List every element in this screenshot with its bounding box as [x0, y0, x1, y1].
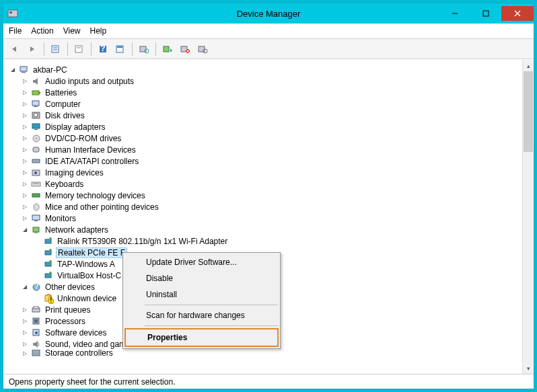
expand-icon[interactable]: ▷: [21, 157, 29, 165]
status-text: Opens property sheet for the current sel…: [9, 377, 175, 387]
tree-device[interactable]: Ralink RT5390R 802.11b/g/n 1x1 Wi-Fi Ada…: [6, 235, 520, 247]
update-driver-button[interactable]: [160, 42, 175, 56]
svg-point-35: [36, 138, 37, 139]
menu-help[interactable]: Help: [90, 26, 107, 36]
toolbar-separator: [155, 42, 156, 56]
category-label: Mice and other pointing devices: [44, 202, 160, 212]
expand-icon[interactable]: ▷: [21, 340, 29, 348]
svg-rect-3: [483, 11, 489, 16]
tree-category[interactable]: ▷Display adapters: [6, 121, 520, 132]
device-manager-window: Device Manager File Action View Help ? ◢…: [3, 3, 534, 389]
menu-action[interactable]: Action: [31, 26, 53, 36]
properties-button[interactable]: [113, 42, 128, 56]
svg-rect-6: [52, 46, 59, 52]
context-item[interactable]: Properties: [124, 328, 279, 347]
computer-icon: [31, 99, 42, 110]
expand-icon[interactable]: ▷: [21, 350, 29, 356]
svg-rect-40: [32, 182, 40, 186]
tree-root[interactable]: ◢akbar-PC: [6, 64, 520, 75]
category-label: Batteries: [44, 88, 78, 97]
expand-icon[interactable]: ▷: [21, 317, 29, 325]
expand-icon[interactable]: ▷: [21, 123, 29, 131]
refresh-button[interactable]: [137, 42, 151, 56]
svg-rect-36: [33, 147, 39, 152]
expand-icon[interactable]: ▷: [21, 89, 29, 97]
expand-icon[interactable]: ◢: [21, 226, 29, 234]
tree-category[interactable]: ▷Imaging devices: [6, 167, 520, 178]
category-label: Memory technology devices: [44, 191, 147, 200]
tree-category[interactable]: ▷IDE ATA/ATAPI controllers: [6, 155, 520, 167]
collapse-icon[interactable]: ◢: [9, 66, 17, 74]
expand-icon[interactable]: ▷: [21, 214, 29, 223]
svg-rect-68: [32, 350, 40, 356]
minimize-button[interactable]: [439, 6, 470, 21]
svg-text:!: !: [50, 295, 52, 304]
memory-icon: [31, 190, 42, 201]
network-icon: [31, 225, 42, 235]
computer-icon: [19, 65, 30, 75]
scroll-up-button[interactable]: ▴: [523, 60, 534, 71]
scan-hardware-button[interactable]: [195, 42, 210, 56]
scroll-down-button[interactable]: ▾: [523, 362, 534, 374]
context-item[interactable]: Update Driver Software...: [124, 254, 279, 270]
category-label: Imaging devices: [44, 168, 105, 178]
tree-category[interactable]: ▷Disk drives: [6, 110, 520, 121]
properties-sheet-button[interactable]: [72, 42, 87, 56]
other-icon: ?: [31, 282, 42, 292]
scroll-track[interactable]: [523, 71, 534, 362]
window-controls: [439, 6, 534, 21]
window-title: Device Manager: [237, 9, 301, 19]
back-button[interactable]: [7, 42, 22, 56]
expand-icon[interactable]: ▷: [21, 112, 29, 120]
context-item[interactable]: Disable: [124, 270, 279, 286]
expand-icon[interactable]: ▷: [21, 100, 29, 108]
svg-rect-33: [34, 129, 38, 130]
expand-icon[interactable]: ▷: [21, 77, 29, 85]
device-label: Ralink RT5390R 802.11b/g/n 1x1 Wi-Fi Ada…: [56, 237, 229, 246]
expand-icon[interactable]: ▷: [21, 169, 29, 177]
category-label: Keyboards: [44, 180, 85, 189]
context-separator: [145, 325, 278, 326]
tree-category[interactable]: ▷Memory technology devices: [6, 190, 520, 201]
help-button[interactable]: ?: [96, 42, 110, 56]
tree-category[interactable]: ▷Computer: [6, 98, 520, 110]
expand-icon[interactable]: ▷: [21, 203, 29, 211]
tree-category[interactable]: ▷DVD/CD-ROM drives: [6, 132, 520, 144]
scroll-thumb[interactable]: [524, 71, 533, 152]
expand-icon[interactable]: ▷: [21, 134, 29, 143]
expand-icon[interactable]: ▷: [21, 192, 29, 200]
menu-view[interactable]: View: [63, 26, 81, 36]
svg-rect-28: [32, 101, 39, 106]
tree-category[interactable]: ◢Network adapters: [6, 224, 520, 235]
show-hidden-button[interactable]: [48, 42, 63, 56]
expand-icon[interactable]: ▷: [21, 329, 29, 337]
context-item[interactable]: Scan for hardware changes: [124, 307, 279, 323]
close-button[interactable]: [501, 6, 534, 21]
forward-button[interactable]: [25, 42, 40, 56]
device-label: Unknown device: [56, 294, 118, 303]
tree-category[interactable]: ▷Human Interface Devices: [6, 144, 520, 155]
category-label: Other devices: [44, 282, 96, 292]
tree-category[interactable]: ▷Keyboards: [6, 178, 520, 190]
monitor-icon: [31, 213, 42, 224]
expand-icon[interactable]: ▷: [21, 306, 29, 314]
cpu-icon: [31, 316, 42, 327]
tree-category[interactable]: ▷Audio inputs and outputs: [6, 75, 520, 87]
tree-category[interactable]: ▷Monitors: [6, 212, 520, 224]
maximize-button[interactable]: [470, 6, 501, 21]
tree-category[interactable]: ▷Storage controllers: [6, 350, 520, 356]
disable-device-button[interactable]: [178, 42, 192, 56]
expand-icon[interactable]: ▷: [21, 146, 29, 154]
tree-category[interactable]: ▷Mice and other pointing devices: [6, 201, 520, 212]
expand-icon[interactable]: ▷: [21, 180, 29, 188]
titlebar[interactable]: Device Manager: [3, 3, 534, 24]
context-item[interactable]: Uninstall: [124, 286, 279, 303]
toolbar-separator: [132, 42, 133, 56]
print-icon: [31, 305, 42, 315]
svg-point-53: [49, 260, 52, 263]
category-label: Network adapters: [44, 225, 110, 235]
vertical-scrollbar[interactable]: ▴ ▾: [522, 60, 534, 374]
menu-file[interactable]: File: [9, 26, 22, 36]
tree-category[interactable]: ▷Batteries: [6, 87, 520, 98]
expand-icon[interactable]: ◢: [21, 283, 29, 291]
